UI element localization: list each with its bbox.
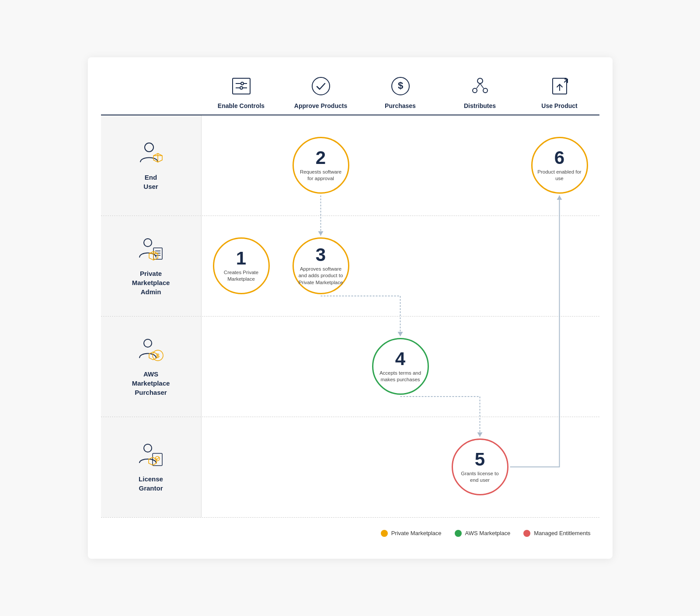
svg-point-33 xyxy=(144,444,152,452)
cell-end-user-distributes xyxy=(440,115,520,216)
purchaser-label: AWSMarketplacePurchaser xyxy=(132,369,170,397)
cell-lg-enable xyxy=(202,417,281,517)
license-grantor-icon xyxy=(137,441,165,469)
row-label-pma: PrivateMarketplaceAdmin xyxy=(101,216,202,316)
cell-purchaser-enable xyxy=(202,317,281,417)
legend-item-aws-marketplace: AWS Marketplace xyxy=(455,530,511,537)
cell-pma-purchases xyxy=(361,216,440,316)
cell-lg-purchases xyxy=(361,417,440,517)
header-col-purchases: $ Purchases xyxy=(361,75,440,110)
step-6-circle: 6 Product enabled for use xyxy=(531,137,588,194)
license-grantor-row-content: 5 Grants license to end user xyxy=(202,417,599,517)
svg-point-7 xyxy=(312,77,330,95)
svg-point-29 xyxy=(144,339,152,347)
step-5-circle: 5 Grants license to end user xyxy=(452,439,508,495)
svg-line-14 xyxy=(480,84,484,88)
step-5-desc: Grants license to end user xyxy=(457,470,503,484)
cell-lg-use-product xyxy=(520,417,599,517)
approve-products-icon xyxy=(310,75,332,97)
legend-dot-green xyxy=(455,530,462,537)
pma-icon xyxy=(137,236,165,264)
row-purchaser: $ AWSMarketplacePurchaser 4 Accept xyxy=(101,317,599,417)
cell-lg-approve xyxy=(281,417,361,517)
row-label-purchaser: $ AWSMarketplacePurchaser xyxy=(101,317,202,417)
cell-purchaser-distributes xyxy=(440,317,520,417)
step-1-circle: 1 Creates Private Marketplace xyxy=(213,237,270,294)
svg-point-21 xyxy=(144,239,152,247)
header-col-use-product: Use Product xyxy=(520,75,599,110)
svg-point-17 xyxy=(145,143,153,152)
distributes-label: Distributes xyxy=(464,102,496,110)
row-end-user: EndUser 2 Requests software for approval xyxy=(101,115,599,216)
purchaser-icon: $ xyxy=(137,336,165,364)
purchases-label: Purchases xyxy=(385,102,416,110)
enable-controls-label: Enable Controls xyxy=(218,102,265,110)
header-col-distributes: Distributes xyxy=(440,75,520,110)
grid: EndUser 2 Requests software for approval xyxy=(101,115,599,518)
use-product-label: Use Product xyxy=(541,102,577,110)
legend: Private Marketplace AWS Marketplace Mana… xyxy=(101,530,599,537)
step-4-desc: Accepts terms and makes purchases xyxy=(378,370,423,383)
header-col-enable-controls: Enable Controls xyxy=(202,75,281,110)
svg-point-2 xyxy=(241,82,244,85)
cell-purchaser-use-product xyxy=(520,317,599,417)
cell-end-user-enable xyxy=(202,115,281,216)
diagram-container: Enable Controls Approve Products $ Purch… xyxy=(88,57,613,558)
cell-end-user-use-product: 6 Product enabled for use xyxy=(520,115,599,216)
step-3-circle: 3 Approves software and adds product to … xyxy=(293,237,349,294)
svg-point-10 xyxy=(477,78,483,84)
pma-row-content: 1 Creates Private Marketplace 3 Approves… xyxy=(202,216,599,316)
end-user-icon xyxy=(137,139,165,167)
step-1-number: 1 xyxy=(236,249,246,268)
svg-point-5 xyxy=(240,87,243,89)
use-product-icon xyxy=(548,75,571,97)
approve-products-label: Approve Products xyxy=(294,102,347,110)
cell-pma-distributes xyxy=(440,216,520,316)
cell-purchaser-purchases: 4 Accepts terms and makes purchases xyxy=(361,317,440,417)
step-6-number: 6 xyxy=(554,149,564,167)
row-label-license-grantor: LicenseGrantor xyxy=(101,417,202,517)
purchases-icon: $ xyxy=(389,75,412,97)
step-2-circle: 2 Requests software for approval xyxy=(293,137,349,194)
legend-dot-red xyxy=(523,530,530,537)
license-grantor-label: LicenseGrantor xyxy=(139,474,163,493)
step-2-number: 2 xyxy=(316,149,326,167)
cell-pma-use-product xyxy=(520,216,599,316)
step-2-desc: Requests software for approval xyxy=(298,169,344,182)
step-6-desc: Product enabled for use xyxy=(537,169,582,182)
step-4-circle: 4 Accepts terms and makes purchases xyxy=(372,338,429,395)
legend-item-managed-entitlements: Managed Entitlements xyxy=(523,530,590,537)
header-row: Enable Controls Approve Products $ Purch… xyxy=(202,75,599,110)
step-3-desc: Approves software and adds product to Pr… xyxy=(298,266,344,286)
distributes-icon xyxy=(469,75,491,97)
svg-point-11 xyxy=(473,88,477,93)
legend-item-private-marketplace: Private Marketplace xyxy=(381,530,442,537)
step-5-number: 5 xyxy=(475,450,485,469)
row-label-end-user: EndUser xyxy=(101,115,202,216)
step-1-desc: Creates Private Marketplace xyxy=(219,269,264,283)
svg-line-13 xyxy=(477,84,480,88)
svg-point-12 xyxy=(483,88,488,93)
cell-end-user-purchases xyxy=(361,115,440,216)
cell-lg-distributes: 5 Grants license to end user xyxy=(440,417,520,517)
legend-label-aws-marketplace: AWS Marketplace xyxy=(465,530,511,536)
cell-pma-enable: 1 Creates Private Marketplace xyxy=(202,216,281,316)
step-3-number: 3 xyxy=(316,246,326,264)
pma-label: PrivateMarketplaceAdmin xyxy=(132,269,170,296)
cell-purchaser-approve xyxy=(281,317,361,417)
row-license-grantor: LicenseGrantor 5 Grants license to end u… xyxy=(101,417,599,518)
step-4-number: 4 xyxy=(395,350,405,368)
end-user-label: EndUser xyxy=(143,173,158,191)
cell-end-user-approve: 2 Requests software for approval xyxy=(281,115,361,216)
purchaser-row-content: 4 Accepts terms and makes purchases xyxy=(202,317,599,417)
row-pma: PrivateMarketplaceAdmin 1 Creates Privat… xyxy=(101,216,599,317)
end-user-row-content: 2 Requests software for approval 6 Produ… xyxy=(202,115,599,216)
header-col-approve-products: Approve Products xyxy=(281,75,361,110)
legend-label-managed-entitlements: Managed Entitlements xyxy=(534,530,590,536)
legend-dot-orange xyxy=(381,530,388,537)
svg-text:$: $ xyxy=(397,80,403,91)
cell-pma-approve: 3 Approves software and adds product to … xyxy=(281,216,361,316)
legend-label-private-marketplace: Private Marketplace xyxy=(391,530,442,536)
enable-controls-icon xyxy=(230,75,253,97)
